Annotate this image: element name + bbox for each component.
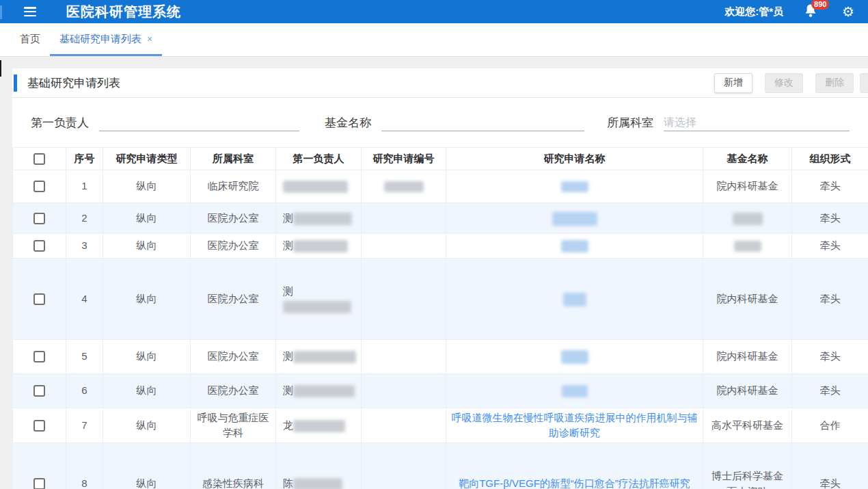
title-accent-bar [14, 75, 17, 92]
cell-select [13, 170, 66, 203]
cell-org: 牵头 [792, 443, 868, 489]
row-checkbox[interactable] [33, 213, 45, 224]
tab-basic-research-list[interactable]: 基础研究申请列表× [50, 33, 162, 56]
cell-fund: 高水平科研基金 [703, 408, 792, 443]
cell-name [446, 203, 703, 234]
cell-type: 纵向 [103, 170, 191, 203]
redacted-text [293, 478, 342, 489]
row-checkbox[interactable] [33, 240, 45, 252]
cell-number [362, 443, 446, 489]
row-checkbox[interactable] [33, 420, 45, 432]
cell-seq: 6 [66, 374, 103, 408]
notifications-button[interactable]: 890 [802, 3, 820, 21]
redacted-text [552, 212, 597, 226]
cell-seq: 8 [66, 443, 103, 489]
cell-org: 合作 [792, 408, 868, 443]
department-select[interactable] [664, 114, 850, 131]
toolbar: 新增 修改 删除 [714, 73, 868, 93]
col-dept: 所属科室 [191, 148, 276, 170]
cell-name: 靶向TGF-β/VEGF的新型“伤口愈合”疗法抗肝癌研究 [446, 443, 703, 489]
text-cursor-artifact [0, 60, 1, 77]
cell-number [362, 340, 446, 374]
cell-person [276, 170, 362, 203]
add-button[interactable]: 新增 [714, 73, 752, 93]
fund-name: 院内科研基金 [707, 291, 787, 307]
select-all-cell [13, 148, 66, 170]
fund-name: 院内科研基金 [707, 349, 787, 365]
cell-fund [703, 234, 792, 259]
select-all-checkbox[interactable] [33, 153, 45, 165]
redacted-text [561, 181, 588, 192]
welcome-text: 欢迎您:管*员 [724, 5, 783, 18]
cell-fund: 院内科研基金 [703, 374, 792, 408]
list-panel: 基础研究申请列表 新增 修改 删除 第一负责人 基金名称 所属科室 [12, 68, 868, 489]
cell-dept: 医院办公室 [191, 259, 276, 340]
col-fund: 基金名称 [703, 148, 792, 170]
row-checkbox[interactable] [33, 385, 45, 397]
application-name-link[interactable]: 呼吸道微生物在慢性呼吸道疾病进展中的作用机制与辅助诊断研究 [452, 412, 698, 439]
page-title: 基础研究申请列表 [27, 75, 120, 91]
cell-type: 纵向 [103, 203, 191, 234]
clipped-button[interactable] [860, 73, 868, 93]
redacted-text [561, 350, 588, 364]
cell-fund [703, 203, 792, 234]
cell-number [362, 259, 446, 340]
row-checkbox[interactable] [33, 293, 45, 305]
top-header-bar: 医院科研管理系统 欢迎您:管*员 890 ⚙ [0, 0, 868, 23]
redacted-text [293, 420, 345, 432]
cell-org: 牵头 [792, 259, 868, 340]
app-title: 医院科研管理系统 [66, 3, 181, 21]
redacted-text [733, 213, 763, 225]
cell-select [13, 203, 66, 234]
table-row: 6纵向医院办公室测院内科研基金牵头 [13, 374, 868, 408]
cell-type: 纵向 [103, 340, 191, 374]
tab-close-icon[interactable]: × [147, 34, 152, 44]
cell-number [362, 234, 446, 259]
tab-bar: 首页 基础研究申请列表× [0, 23, 868, 57]
cell-person: 测 [276, 234, 362, 259]
redacted-text [384, 181, 424, 192]
cell-dept: 医院办公室 [191, 203, 276, 234]
panel-header: 基础研究申请列表 新增 修改 删除 [12, 68, 868, 98]
redacted-text [561, 240, 588, 252]
redacted-text [293, 240, 348, 252]
col-type: 研究申请类型 [103, 148, 191, 170]
fund-name-input[interactable] [381, 114, 584, 131]
data-table: 序号 研究申请类型 所属科室 第一负责人 研究申请编号 研究申请名称 基金名称 … [12, 147, 868, 489]
redacted-text [734, 241, 761, 252]
tab-home[interactable]: 首页 [10, 33, 50, 56]
cell-org: 牵头 [792, 203, 868, 234]
row-checkbox[interactable] [33, 351, 45, 362]
redacted-text [293, 351, 356, 363]
cell-dept: 医院办公室 [191, 374, 276, 408]
cell-seq: 4 [66, 259, 103, 340]
application-name-link[interactable]: 靶向TGF-β/VEGF的新型“伤口愈合”疗法抗肝癌研究 [459, 477, 690, 489]
fund-name: 高水平科研基金 [707, 418, 787, 434]
table-row: 7纵向呼吸与危重症医学科龙呼吸道微生物在慢性呼吸道疾病进展中的作用机制与辅助诊断… [13, 408, 868, 443]
hamburger-menu-icon[interactable] [24, 7, 36, 16]
first-leader-input[interactable] [99, 114, 299, 131]
cell-seq: 5 [66, 340, 103, 374]
cell-name [446, 340, 703, 374]
cell-select [13, 374, 66, 408]
table-row: 8纵向感染性疾病科陈靶向TGF-β/VEGF的新型“伤口愈合”疗法抗肝癌研究博士… [13, 443, 868, 489]
row-checkbox[interactable] [33, 181, 45, 192]
redacted-text [283, 181, 348, 193]
tab-home-label: 首页 [20, 33, 40, 44]
row-checkbox[interactable] [33, 478, 45, 489]
header-actions: 欢迎您:管*员 890 ⚙ [724, 3, 868, 21]
redacted-text [293, 213, 352, 225]
cell-person: 测 [276, 374, 362, 408]
cell-type: 纵向 [103, 443, 191, 489]
cell-type: 纵向 [103, 234, 191, 259]
person-name-fragment: 测 [283, 384, 293, 396]
table-row: 3纵向医院办公室测牵头 [13, 234, 868, 259]
cell-type: 纵向 [103, 408, 191, 443]
content-area: 基础研究申请列表 新增 修改 删除 第一负责人 基金名称 所属科室 [0, 57, 868, 489]
settings-gear-icon[interactable]: ⚙ [842, 5, 854, 18]
fund-name-label: 基金名称 [325, 115, 371, 131]
cell-fund: 院内科研基金 [703, 259, 792, 340]
edit-button[interactable]: 修改 [765, 73, 803, 93]
table-row: 2纵向医院办公室测牵头 [13, 203, 868, 234]
delete-button[interactable]: 删除 [815, 73, 854, 93]
